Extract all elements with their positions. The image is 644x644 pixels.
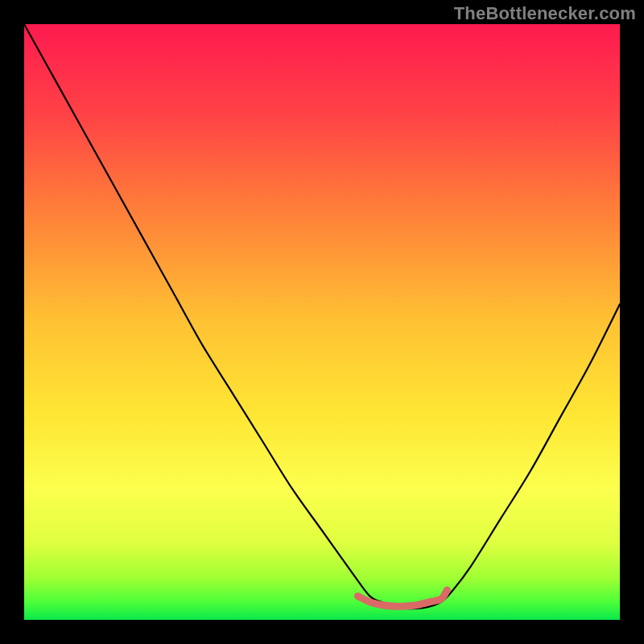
chart-svg <box>24 24 620 620</box>
chart-canvas <box>24 24 620 620</box>
attribution-watermark: TheBottlenecker.com <box>454 3 636 24</box>
